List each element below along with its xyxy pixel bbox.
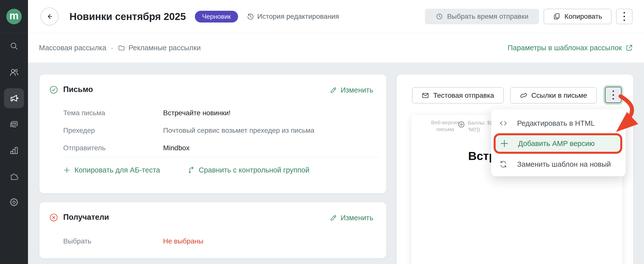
plus-icon	[500, 139, 509, 148]
sidebar-item-analytics[interactable]	[0, 137, 28, 163]
test-send-button[interactable]: Тестовая отправка	[412, 87, 504, 104]
search-icon	[9, 42, 19, 51]
copy-ab-test-link[interactable]: Копировать для АБ-теста	[63, 166, 160, 174]
check-circle-icon	[49, 85, 58, 95]
field-preheader: Прехедер Почтовый сервис возьмет прехеде…	[63, 126, 314, 135]
page-title: Новинки сентября 2025	[70, 11, 186, 22]
external-link-icon	[625, 44, 633, 52]
copy-icon	[553, 13, 560, 20]
field-recipients: Выбрать Не выбраны	[63, 237, 203, 246]
sidebar-item-campaigns[interactable]	[0, 85, 28, 111]
compare-icon	[188, 166, 195, 174]
compare-control-group-link[interactable]: Сравнить с контрольной группой	[188, 166, 310, 174]
recipients-card: Получатели Изменить Выбрать Не выбраны	[40, 202, 386, 258]
kebab-icon	[624, 12, 625, 21]
refresh-icon	[499, 160, 508, 168]
error-circle-icon	[49, 213, 58, 222]
loyalty-points-icon	[458, 121, 465, 128]
sidebar: m	[0, 0, 28, 264]
sidebar-item-customers[interactable]	[0, 59, 28, 85]
recipients-card-title: Получатели	[63, 213, 109, 222]
letter-edit-link[interactable]: Изменить	[330, 86, 373, 94]
header-more-button[interactable]	[616, 9, 632, 24]
breadcrumb-section[interactable]: Массовая рассылка	[39, 44, 106, 52]
recipients-not-selected: Не выбраны	[163, 237, 203, 246]
preview-context-menu: Редактировать в HTML Добавить AMP версию…	[491, 109, 626, 176]
mindbox-logo[interactable]: m	[6, 9, 22, 24]
sidebar-item-search[interactable]	[0, 33, 28, 59]
preview-more-button[interactable]	[605, 87, 622, 103]
people-icon	[9, 67, 19, 77]
status-badge: Черновик	[195, 11, 238, 23]
arrow-left-icon	[45, 12, 54, 21]
breadcrumb-folder[interactable]: Рекламные рассылки	[118, 44, 200, 52]
active-nav-highlight	[4, 88, 24, 108]
bar-chart-icon	[9, 145, 19, 155]
menu-item-edit-html[interactable]: Редактировать в HTML	[491, 114, 626, 133]
puzzle-icon	[9, 171, 19, 181]
gear-icon	[9, 197, 19, 207]
megaphone-icon	[9, 93, 19, 104]
divider	[63, 157, 380, 157]
header-actions: Выбрать время отправки Копировать	[425, 9, 632, 24]
envelope-icon	[422, 92, 429, 99]
template-params-link[interactable]: Параметры в шаблонах рассылок	[508, 44, 633, 52]
letter-links-button[interactable]: Ссылки в письме	[510, 87, 597, 104]
clock-icon	[436, 13, 443, 20]
edit-history-link[interactable]: История редактирования	[246, 13, 339, 21]
page-header: Новинки сентября 2025 Черновик История р…	[28, 0, 644, 33]
menu-item-add-amp[interactable]: Добавить AMP версию	[494, 133, 622, 154]
subheader: Массовая рассылка · Рекламные рассылки П…	[28, 33, 644, 63]
pencil-icon	[330, 87, 337, 94]
plus-icon	[63, 166, 70, 174]
sidebar-item-integrations[interactable]	[0, 163, 28, 189]
letter-card: Письмо Изменить Тема письма Встречайте н…	[40, 75, 386, 193]
recipients-edit-link[interactable]: Изменить	[330, 214, 373, 222]
sidebar-item-content[interactable]	[0, 111, 28, 137]
letter-card-title: Письмо	[63, 85, 93, 94]
menu-item-replace-template[interactable]: Заменить шаблон на новый	[491, 155, 626, 174]
field-sender: Отправитель Mindbox	[63, 143, 190, 152]
back-button[interactable]	[40, 8, 58, 26]
letter-card-actions: Копировать для АБ-теста Сравнить с контр…	[63, 166, 309, 174]
copy-button[interactable]: Копировать	[544, 9, 612, 24]
history-icon	[246, 13, 254, 21]
breadcrumb: Массовая рассылка · Рекламные рассылки	[39, 44, 200, 52]
pencil-icon	[330, 214, 337, 221]
link-icon	[520, 92, 527, 99]
code-icon	[499, 119, 508, 128]
field-subject: Тема письма Встречайте новинки!	[63, 109, 230, 118]
sidebar-nav	[0, 27, 28, 215]
sidebar-item-settings[interactable]	[0, 189, 28, 215]
breadcrumb-separator: ·	[111, 44, 114, 52]
schedule-send-button[interactable]: Выбрать время отправки	[425, 9, 539, 24]
kebab-icon	[612, 91, 614, 100]
folder-icon	[118, 44, 126, 52]
cards-icon	[9, 119, 19, 129]
